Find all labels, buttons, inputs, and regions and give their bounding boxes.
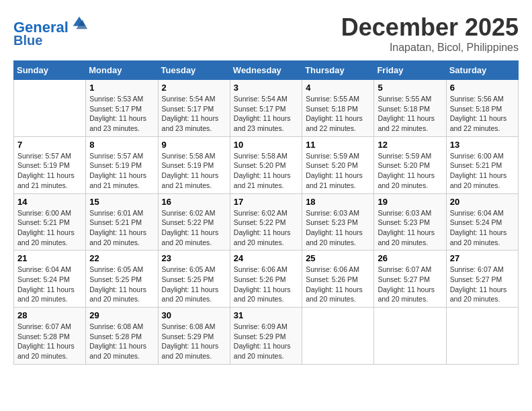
calendar-cell: 27Sunrise: 6:07 AM Sunset: 5:27 PM Dayli…: [446, 250, 518, 308]
calendar-cell: 19Sunrise: 6:03 AM Sunset: 5:23 PM Dayli…: [374, 193, 446, 250]
calendar-week-row: 14Sunrise: 6:00 AM Sunset: 5:21 PM Dayli…: [14, 193, 519, 250]
day-info: Sunrise: 5:58 AM Sunset: 5:19 PM Dayligh…: [162, 151, 226, 191]
logo-icon: [70, 13, 89, 32]
calendar-cell: 8Sunrise: 5:57 AM Sunset: 5:19 PM Daylig…: [86, 136, 158, 193]
calendar-cell: 24Sunrise: 6:06 AM Sunset: 5:26 PM Dayli…: [230, 250, 302, 308]
calendar-cell: 22Sunrise: 6:05 AM Sunset: 5:25 PM Dayli…: [86, 250, 158, 308]
day-info: Sunrise: 6:06 AM Sunset: 5:26 PM Dayligh…: [306, 265, 370, 304]
day-number: 26: [378, 253, 442, 263]
day-info: Sunrise: 5:56 AM Sunset: 5:18 PM Dayligh…: [450, 94, 515, 134]
calendar-cell: 6Sunrise: 5:56 AM Sunset: 5:18 PM Daylig…: [446, 80, 518, 137]
calendar-week-row: 28Sunrise: 6:07 AM Sunset: 5:28 PM Dayli…: [14, 308, 519, 365]
day-number: 8: [89, 140, 154, 150]
day-number: 22: [89, 253, 154, 263]
day-info: Sunrise: 6:03 AM Sunset: 5:23 PM Dayligh…: [306, 208, 370, 248]
page-header: General Blue December 2025 Inapatan, Bic…: [13, 13, 519, 54]
calendar-cell: 10Sunrise: 5:58 AM Sunset: 5:20 PM Dayli…: [230, 136, 302, 193]
day-number: 16: [162, 197, 226, 207]
day-number: 20: [450, 197, 515, 207]
calendar-cell: 28Sunrise: 6:07 AM Sunset: 5:28 PM Dayli…: [14, 308, 86, 365]
calendar-header-row: SundayMondayTuesdayWednesdayThursdayFrid…: [14, 61, 519, 80]
calendar-cell: 1Sunrise: 5:53 AM Sunset: 5:17 PM Daylig…: [86, 80, 158, 137]
day-number: 6: [450, 83, 515, 93]
day-number: 7: [17, 140, 82, 150]
day-number: 11: [306, 140, 370, 150]
day-number: 19: [378, 197, 442, 207]
day-number: 29: [89, 310, 154, 320]
day-number: 10: [234, 140, 298, 150]
day-number: 21: [17, 253, 82, 263]
day-info: Sunrise: 6:06 AM Sunset: 5:26 PM Dayligh…: [234, 265, 298, 304]
header-saturday: Saturday: [446, 61, 518, 80]
day-info: Sunrise: 6:03 AM Sunset: 5:23 PM Dayligh…: [378, 208, 442, 248]
day-info: Sunrise: 6:07 AM Sunset: 5:27 PM Dayligh…: [450, 265, 515, 304]
calendar-cell: 4Sunrise: 5:55 AM Sunset: 5:18 PM Daylig…: [302, 80, 374, 137]
day-info: Sunrise: 6:00 AM Sunset: 5:21 PM Dayligh…: [17, 208, 82, 248]
calendar-cell: 13Sunrise: 6:00 AM Sunset: 5:21 PM Dayli…: [446, 136, 518, 193]
calendar-week-row: 7Sunrise: 5:57 AM Sunset: 5:19 PM Daylig…: [14, 136, 519, 193]
day-info: Sunrise: 5:54 AM Sunset: 5:17 PM Dayligh…: [234, 94, 298, 134]
day-number: 12: [378, 140, 442, 150]
day-number: 27: [450, 253, 515, 263]
calendar-cell: [302, 308, 374, 365]
calendar-cell: [446, 308, 518, 365]
day-info: Sunrise: 5:54 AM Sunset: 5:17 PM Dayligh…: [162, 94, 226, 134]
day-info: Sunrise: 5:55 AM Sunset: 5:18 PM Dayligh…: [378, 94, 442, 134]
day-info: Sunrise: 5:58 AM Sunset: 5:20 PM Dayligh…: [234, 151, 298, 191]
calendar-cell: 29Sunrise: 6:08 AM Sunset: 5:28 PM Dayli…: [86, 308, 158, 365]
day-info: Sunrise: 5:57 AM Sunset: 5:19 PM Dayligh…: [89, 151, 154, 191]
header-monday: Monday: [86, 61, 158, 80]
month-title: December 2025: [341, 13, 519, 42]
calendar-week-row: 1Sunrise: 5:53 AM Sunset: 5:17 PM Daylig…: [14, 80, 519, 137]
day-info: Sunrise: 6:05 AM Sunset: 5:25 PM Dayligh…: [162, 265, 226, 304]
calendar-cell: 25Sunrise: 6:06 AM Sunset: 5:26 PM Dayli…: [302, 250, 374, 308]
day-info: Sunrise: 5:55 AM Sunset: 5:18 PM Dayligh…: [306, 94, 370, 134]
day-info: Sunrise: 5:53 AM Sunset: 5:17 PM Dayligh…: [89, 94, 154, 134]
day-info: Sunrise: 6:01 AM Sunset: 5:21 PM Dayligh…: [89, 208, 154, 248]
day-info: Sunrise: 6:08 AM Sunset: 5:28 PM Dayligh…: [89, 322, 154, 361]
day-info: Sunrise: 6:04 AM Sunset: 5:24 PM Dayligh…: [450, 208, 515, 248]
header-thursday: Thursday: [302, 61, 374, 80]
header-friday: Friday: [374, 61, 446, 80]
calendar-cell: 30Sunrise: 6:08 AM Sunset: 5:29 PM Dayli…: [158, 308, 230, 365]
day-number: 15: [89, 197, 154, 207]
day-number: 14: [17, 197, 82, 207]
calendar-cell: 14Sunrise: 6:00 AM Sunset: 5:21 PM Dayli…: [14, 193, 86, 250]
day-info: Sunrise: 6:09 AM Sunset: 5:29 PM Dayligh…: [234, 322, 298, 361]
day-info: Sunrise: 5:57 AM Sunset: 5:19 PM Dayligh…: [17, 151, 82, 191]
day-info: Sunrise: 6:02 AM Sunset: 5:22 PM Dayligh…: [234, 208, 298, 248]
day-number: 23: [162, 253, 226, 263]
calendar-cell: 3Sunrise: 5:54 AM Sunset: 5:17 PM Daylig…: [230, 80, 302, 137]
calendar-cell: 11Sunrise: 5:59 AM Sunset: 5:20 PM Dayli…: [302, 136, 374, 193]
calendar-cell: 5Sunrise: 5:55 AM Sunset: 5:18 PM Daylig…: [374, 80, 446, 137]
calendar-cell: 9Sunrise: 5:58 AM Sunset: 5:19 PM Daylig…: [158, 136, 230, 193]
day-info: Sunrise: 5:59 AM Sunset: 5:20 PM Dayligh…: [306, 151, 370, 191]
calendar-cell: [374, 308, 446, 365]
header-wednesday: Wednesday: [230, 61, 302, 80]
day-info: Sunrise: 6:00 AM Sunset: 5:21 PM Dayligh…: [450, 151, 515, 191]
calendar-cell: 26Sunrise: 6:07 AM Sunset: 5:27 PM Dayli…: [374, 250, 446, 308]
header-sunday: Sunday: [14, 61, 86, 80]
location-subtitle: Inapatan, Bicol, Philippines: [341, 42, 519, 54]
header-tuesday: Tuesday: [158, 61, 230, 80]
day-number: 18: [306, 197, 370, 207]
day-number: 9: [162, 140, 226, 150]
day-info: Sunrise: 6:04 AM Sunset: 5:24 PM Dayligh…: [17, 265, 82, 304]
day-number: 17: [234, 197, 298, 207]
calendar-cell: 20Sunrise: 6:04 AM Sunset: 5:24 PM Dayli…: [446, 193, 518, 250]
calendar-cell: [14, 80, 86, 137]
day-info: Sunrise: 6:02 AM Sunset: 5:22 PM Dayligh…: [162, 208, 226, 248]
calendar-week-row: 21Sunrise: 6:04 AM Sunset: 5:24 PM Dayli…: [14, 250, 519, 308]
calendar-cell: 21Sunrise: 6:04 AM Sunset: 5:24 PM Dayli…: [14, 250, 86, 308]
calendar-cell: 17Sunrise: 6:02 AM Sunset: 5:22 PM Dayli…: [230, 193, 302, 250]
day-number: 31: [234, 310, 298, 320]
day-number: 28: [17, 310, 82, 320]
day-number: 4: [306, 83, 370, 93]
day-number: 3: [234, 83, 298, 93]
calendar-cell: 18Sunrise: 6:03 AM Sunset: 5:23 PM Dayli…: [302, 193, 374, 250]
calendar-cell: 12Sunrise: 5:59 AM Sunset: 5:20 PM Dayli…: [374, 136, 446, 193]
calendar-cell: 31Sunrise: 6:09 AM Sunset: 5:29 PM Dayli…: [230, 308, 302, 365]
day-number: 24: [234, 253, 298, 263]
day-info: Sunrise: 6:07 AM Sunset: 5:28 PM Dayligh…: [17, 322, 82, 361]
title-block: December 2025 Inapatan, Bicol, Philippin…: [341, 13, 519, 54]
